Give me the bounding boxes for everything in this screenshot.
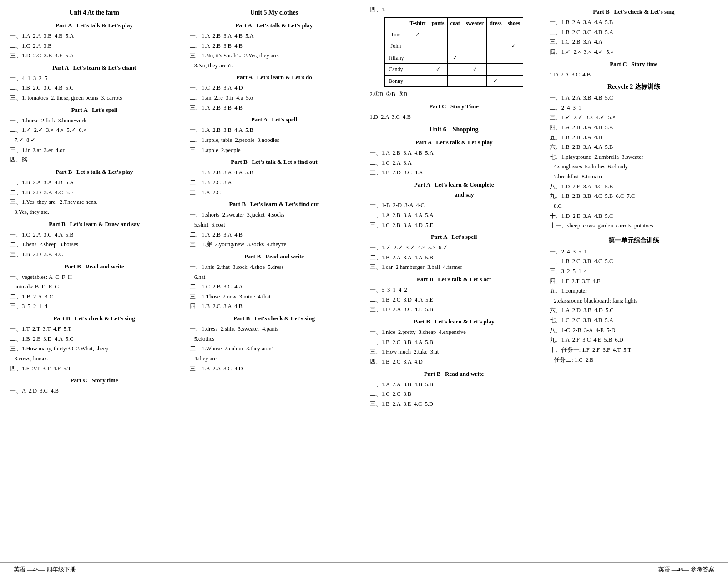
col1-b-read-1: 一、vegetables: A C F H: [10, 273, 178, 282]
col1-b-check-4: 3.cows, horses: [10, 354, 178, 364]
col4-recycle-9: 7.breakfast 8.tomato: [550, 172, 718, 182]
row-bonny-pants: [429, 75, 447, 86]
page-footer: 英语 —45— 四年级下册 英语 —46— 参考答案: [0, 562, 728, 576]
footer-right-label: 英语 —46— 参考答案: [658, 566, 715, 573]
row-john-name: John: [385, 40, 407, 52]
col4-recycle-12: 8.C: [550, 202, 718, 211]
col2-a-spell-2: 二、1.apple, table 2.people 3.noodles: [190, 136, 358, 145]
footer-left-text: 英语 —45— 四年级下册: [14, 566, 189, 574]
col4-part-b-check-title: Part B Let's check & Let's sing: [550, 7, 718, 17]
col4-unit1-3: 三、3 2 5 1 4: [550, 267, 718, 276]
col3-u6-a-talk-1: 一、1.A 2.B 3.A 4.B 5.A: [370, 148, 538, 158]
col2-b-read-5: 四、1.B 2.C 3.A 4.B: [190, 302, 358, 311]
col2-b-read-3: 二、1.C 2.B 3.C 4.A: [190, 282, 358, 292]
col3-u6-a-talk-2: 二、1.C 2.A 3.A: [370, 158, 538, 168]
col3-u6-b-act-title: Part B Let's talk & Let's act: [370, 274, 538, 284]
row-john-sweater: [463, 40, 486, 52]
table-row: John ✓: [385, 40, 523, 52]
col3-u6-a-talk-title: Part A Let's talk & Let's play: [370, 137, 538, 147]
col2-a-talk-3: 三、1.No, it's Sarah's. 2.Yes, they are.: [190, 51, 358, 61]
table-row: Bonny ✓: [385, 75, 523, 86]
col3-u6-b-read-2: 二、1.C 2.C 3.B: [370, 389, 538, 399]
col2-b-read-1: 一、1.this 2.that 3.sock 4.shoe 5.dress: [190, 263, 358, 272]
row-candy-coat: [447, 64, 463, 75]
col4-recycle-6: 六、1.B 2.B 3.A 4.A 5.B: [550, 142, 718, 152]
col4-part-c-story-title: Part C Story time: [550, 59, 718, 69]
col3-u6-a-spell-title: Part A Let's spell: [370, 232, 538, 242]
col1-part-b-check-title: Part B Let's check & Let's sing: [10, 313, 178, 323]
col1-part-b-draw-title: Part B Let's learn & Draw and say: [10, 219, 178, 229]
col3-u6-a-learn-title: Part A Let's learn & Complete and say: [370, 180, 538, 200]
col3-u6-b-act-2: 二、1.B 2.C 3.D 4.A 5.E: [370, 295, 538, 305]
col4-recycle-title: Recycle 2 达标训练: [550, 81, 718, 92]
col2-a-spell-1: 一、1.A 2.B 3.B 4.A 5.B: [190, 126, 358, 135]
row-tom-coat: [447, 29, 463, 40]
col2-b-read-4: 三、1.Those 2.new 3.mine 4.that: [190, 292, 358, 302]
col3-u6-a-learn-1: 一、1-B 2-D 3-A 4-C: [370, 201, 538, 210]
col4-unit1-title: 第一单元综合训练: [550, 235, 718, 246]
col4-recycle-7: 七、1.playground 2.umbrella 3.sweater: [550, 152, 718, 162]
col1-a-chant-1: 一、4 1 3 2 5: [10, 74, 178, 83]
col1-a-spell-2: 二、1.✓ 2.✓ 3.× 4.× 5.✓ 6.×: [10, 126, 178, 135]
col3-u6-a-spell-1: 一、1.✓ 2.✓ 3.✓ 4.× 5.× 6.✓: [370, 243, 538, 253]
column-1: Unit 4 At the farm Part A Let's talk & L…: [5, 5, 184, 558]
col2-part-b-read-title: Part B Read and write: [190, 252, 358, 262]
col2-b-check-5: 三、1.B 2.A 3.C 4.D: [190, 364, 358, 374]
row-candy-dress: [487, 64, 505, 75]
col3-u6-a-talk-3: 三、1.B 2.D 3.C 4.A: [370, 168, 538, 177]
row-candy-name: Candy: [385, 64, 407, 75]
col2-b-check-1: 一、1.dress 2.shirt 3.sweater 4.pants: [190, 324, 358, 334]
col4-recycle-14: 十一、sheep cows garden carrots potatoes: [550, 221, 718, 231]
col4-c-story-1: 1.D 2.A 3.C 4.B: [550, 70, 718, 80]
col1-b-read-2: animals: B D E G: [10, 282, 178, 292]
col4-recycle-3: 三、1.✓ 2.✓ 3.× 4.✓ 5.×: [550, 113, 718, 122]
col2-part-a-spell-title: Part A Let's spell: [190, 115, 358, 125]
col3-part-c-story-title: Part C Story Time: [370, 101, 538, 111]
column-2: Unit 5 My clothes Part A Let's talk & Le…: [184, 5, 364, 558]
col2-a-spell-3: 三、1.apple 2.people: [190, 146, 358, 155]
col4-recycle-1: 一、1.A 2.A 3.B 4.B 5.C: [550, 93, 718, 103]
table-header-coat: coat: [447, 17, 463, 29]
column-3: 四、1. T-shirt pants coat sweater dress sh…: [364, 5, 544, 558]
col1-a-spell-1: 一、1.horse 2.fork 3.homework: [10, 116, 178, 126]
col1-b-talk-4: 3.Yes, they are.: [10, 207, 178, 217]
row-tom-pants: [429, 29, 447, 40]
col1-part-b-talk-title: Part B Let's talk & Let's play: [10, 167, 178, 177]
table-header-name: [385, 17, 407, 29]
col1-b-draw-1: 一、1.C 2.A 3.C 4.A 5.B: [10, 230, 178, 240]
row-tiffany-coat: ✓: [447, 52, 463, 63]
col4-unit1-10: 九、1.A 2.F 3.C 4.E 5.B 6.D: [550, 335, 718, 345]
table-row: Tom ✓: [385, 29, 523, 40]
col4-unit1-12: 任务二: 1.C 2.B: [550, 355, 718, 365]
col1-b-draw-2: 二、1.hens 2.sheep 3.horses: [10, 240, 178, 249]
col1-a-spell-3: 7.✓ 8.✓: [10, 136, 178, 145]
row-candy-pants: ✓: [429, 64, 447, 75]
col1-a-talk-3: 三、1.D 2.C 3.B 4.E 5.A: [10, 51, 178, 61]
row-tom-tshirt: ✓: [407, 29, 429, 40]
col3-u6-b-act-3: 三、1.D 2.A 3.C 4.E 5.B: [370, 305, 538, 314]
col3-u6-b-read-title: Part B Read and write: [370, 369, 538, 379]
table-header-dress: dress: [487, 17, 505, 29]
table-row: Candy ✓ ✓: [385, 64, 523, 75]
col3-u6-b-play-title: Part B Let's learn & Let's play: [370, 317, 538, 327]
col4-recycle-8: 4.sunglasses 5.clothes 6.cloudy: [550, 162, 718, 172]
row-tom-shoes: [505, 29, 523, 40]
row-john-dress: [487, 40, 505, 52]
col4-unit1-5: 五、1.computer: [550, 286, 718, 296]
row-tiffany-sweater: [463, 52, 486, 63]
col1-unit-title: Unit 4 At the farm: [10, 7, 178, 18]
column-4: Part B Let's check & Let's sing 一、1.B 2.…: [544, 5, 723, 558]
col1-a-talk-1: 一、1.A 2.A 3.B 4.B 5.A: [10, 31, 178, 41]
col1-b-check-3: 三、1.How many, thirty/30 2.What, sheep: [10, 344, 178, 354]
col3-u6-a-spell-2: 二、1.B 2.A 3.A 4.A 5.B: [370, 253, 538, 263]
col1-a-chant-2: 二、1.B 2.C 3.C 4.B 5.C: [10, 83, 178, 93]
col2-part-a-do-title: Part A Let's learn & Let's do: [190, 72, 358, 82]
table-header-sweater: sweater: [463, 17, 486, 29]
col1-part-a-spell-title: Part A Let's spell: [10, 105, 178, 115]
col1-a-spell-5: 四、略: [10, 155, 178, 165]
col1-part-c-story-title: Part C Story time: [10, 375, 178, 385]
col1-part-a-talk-title: Part A Let's talk & Let's play: [10, 20, 178, 30]
row-bonny-shoes: [505, 75, 523, 86]
col1-b-check-1: 一、1.T 2.T 3.T 4.F 5.T: [10, 324, 178, 334]
row-bonny-sweater: [463, 75, 486, 86]
